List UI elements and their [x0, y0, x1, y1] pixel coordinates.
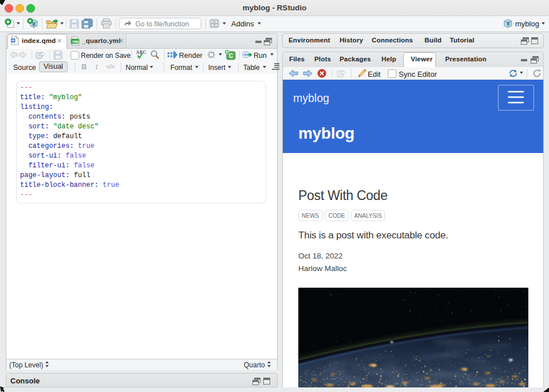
svg-text:R: R: [507, 21, 511, 26]
svg-text:C: C: [229, 53, 233, 59]
svg-text:YML: YML: [72, 40, 80, 44]
